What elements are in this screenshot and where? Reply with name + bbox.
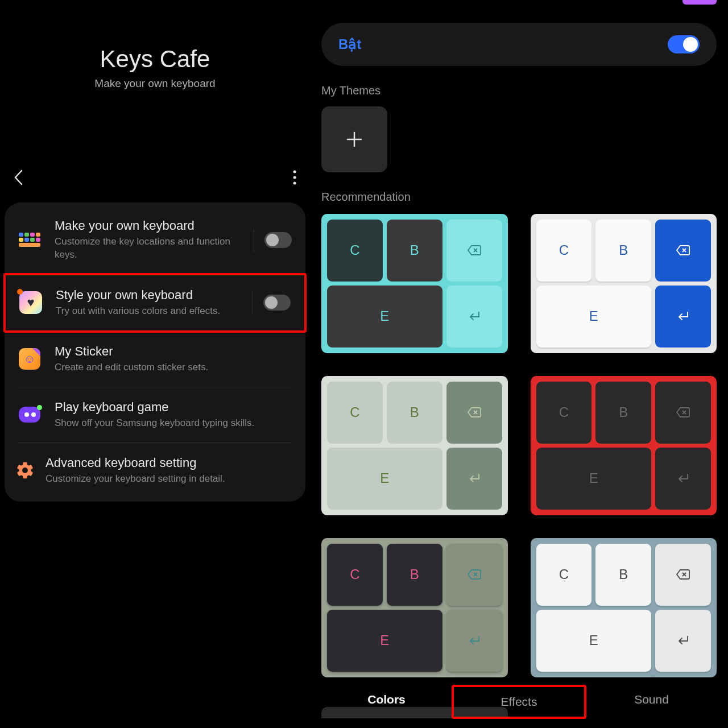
preview-key-c: C [536, 220, 592, 282]
setting-title: My Sticker [55, 344, 292, 359]
setting-desc: Customize the key locations and function… [55, 235, 243, 262]
preview-key-enter [655, 286, 711, 348]
preview-key-enter [446, 286, 502, 348]
gear-icon [15, 460, 35, 481]
tab-effects[interactable]: Effects [452, 685, 586, 719]
preview-key-e: E [536, 286, 652, 348]
setting-title: Advanced keyboard setting [46, 456, 292, 470]
preview-key-delete [655, 220, 711, 282]
setting-text: Make your own keyboard Customize the key… [55, 218, 243, 262]
preview-key-c: C [536, 544, 592, 606]
toggle-make-keyboard[interactable] [264, 232, 292, 248]
app-title: Keys Cafe [0, 46, 310, 73]
app-subtitle: Make your own keyboard [0, 77, 310, 90]
theme-preview-pink-dark[interactable]: C B E [321, 538, 508, 677]
theme-preview-steel[interactable]: C B E [531, 538, 717, 677]
setting-title: Style your own keyboard [56, 288, 242, 303]
setting-title: Play keyboard game [55, 400, 292, 415]
preview-key-enter [446, 610, 502, 672]
keyboard-grid-icon [15, 225, 44, 255]
preview-key-delete [446, 544, 502, 606]
back-icon[interactable] [14, 169, 23, 185]
sticker-icon [15, 344, 44, 374]
add-theme-button[interactable] [321, 106, 387, 172]
settings-card: Make your own keyboard Customize the key… [5, 202, 305, 502]
tab-sound[interactable]: Sound [586, 685, 717, 719]
svg-point-2 [293, 182, 296, 185]
preview-key-delete [446, 220, 502, 282]
tab-colors[interactable]: Colors [321, 685, 452, 719]
toggle-style-keyboard[interactable] [263, 295, 291, 311]
style-panel: Bật My Themes Recommendation C B E C B E… [310, 0, 728, 728]
preview-key-delete [655, 544, 711, 606]
more-options-icon[interactable] [293, 170, 296, 185]
my-themes-label: My Themes [321, 84, 717, 97]
setting-text: Play keyboard game Show off your Samsung… [55, 400, 292, 430]
status-indicator [682, 0, 717, 5]
preview-key-delete [655, 382, 711, 444]
enable-toggle[interactable] [668, 35, 700, 53]
setting-keyboard-game[interactable]: Play keyboard game Show off your Samsung… [5, 387, 305, 442]
preview-key-b: B [595, 544, 651, 606]
preview-key-b: B [387, 220, 442, 282]
preview-key-c: C [536, 382, 592, 444]
setting-make-keyboard[interactable]: Make your own keyboard Customize the key… [5, 206, 305, 274]
preview-key-enter [655, 610, 711, 672]
setting-desc: Show off your Samsung keyboard typing sk… [55, 417, 292, 430]
theme-recommendation-grid: C B E C B E C B E C B E C [321, 214, 717, 718]
gamepad-icon [15, 400, 44, 429]
preview-key-b: B [387, 382, 442, 444]
preview-key-c: C [327, 220, 383, 282]
setting-desc: Create and edit custom sticker sets. [55, 361, 292, 374]
setting-text: Style your own keyboard Try out with var… [56, 288, 242, 318]
preview-key-b: B [595, 220, 651, 282]
setting-desc: Try out with various colors and effects. [56, 305, 242, 318]
bottom-tabs: Colors Effects Sound [310, 685, 728, 728]
preview-key-e: E [327, 448, 442, 510]
enable-label: Bật [338, 36, 361, 52]
setting-my-sticker[interactable]: My Sticker Create and edit custom sticke… [5, 332, 305, 387]
nav-row [0, 169, 310, 185]
setting-text: Advanced keyboard setting Customize your… [46, 456, 292, 486]
settings-panel: Keys Cafe Make your own keyboard Make yo… [0, 0, 310, 728]
preview-key-e: E [536, 610, 652, 672]
theme-preview-blue[interactable]: C B E [531, 214, 717, 353]
preview-key-b: B [595, 382, 651, 444]
svg-point-1 [293, 176, 296, 179]
toggle-wrap [254, 229, 292, 251]
preview-key-e: E [327, 286, 442, 348]
preview-key-b: B [387, 544, 442, 606]
preview-key-delete [446, 382, 502, 444]
enable-toggle-card[interactable]: Bật [321, 23, 717, 66]
recommendation-label: Recommendation [321, 191, 717, 204]
heart-style-icon [16, 288, 46, 317]
setting-style-keyboard[interactable]: Style your own keyboard Try out with var… [6, 275, 304, 330]
setting-advanced[interactable]: Advanced keyboard setting Customize your… [5, 443, 305, 498]
preview-key-c: C [327, 382, 383, 444]
theme-preview-teal[interactable]: C B E [321, 214, 508, 353]
highlighted-setting: Style your own keyboard Try out with var… [3, 273, 307, 333]
preview-key-enter [655, 448, 711, 510]
setting-title: Make your own keyboard [55, 218, 243, 233]
header: Keys Cafe Make your own keyboard [0, 0, 310, 90]
setting-desc: Customize your keyboard setting in detai… [46, 473, 292, 486]
preview-key-e: E [327, 610, 442, 672]
theme-preview-red[interactable]: C B E [531, 376, 717, 515]
preview-key-e: E [536, 448, 652, 510]
svg-point-0 [293, 171, 296, 173]
preview-key-c: C [327, 544, 383, 606]
toggle-wrap [253, 291, 291, 314]
setting-text: My Sticker Create and edit custom sticke… [55, 344, 292, 374]
preview-key-enter [446, 448, 502, 510]
theme-preview-olive[interactable]: C B E [321, 376, 508, 515]
